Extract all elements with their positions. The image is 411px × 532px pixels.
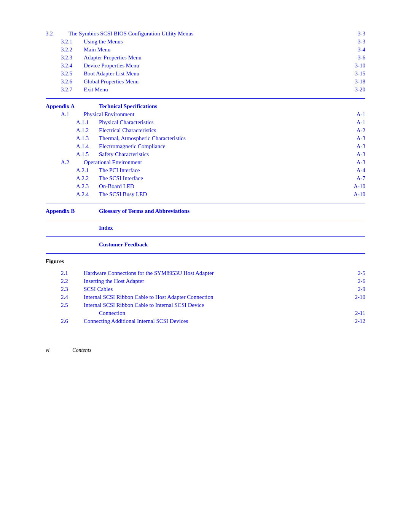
appendix-b-title: Glossary of Terms and Abbreviations [99, 208, 342, 214]
footer: vi Contents [46, 347, 365, 353]
toc-row-a2-2: A.2.2 The SCSI Interface A-7 [46, 175, 365, 182]
toc-num-a2-1: A.2.1 [46, 167, 99, 174]
fig-num-2-3: 2.3 [46, 286, 84, 292]
appendix-a-row: Appendix A Technical Specifications [46, 103, 365, 110]
fig-row-2-5-cont: Connection 2-11 [46, 310, 365, 316]
toc-page-a1: A-1 [342, 111, 365, 118]
toc-page-a1-5: A-3 [342, 151, 365, 158]
toc-page-a1-1: A-1 [342, 119, 365, 126]
fig-page-2-3: 2-9 [342, 286, 365, 292]
fig-row-2-3: 2.3 SCSI Cables 2-9 [46, 286, 365, 292]
toc-num-a1-1: A.1.1 [46, 119, 99, 126]
toc-page-a1-3: A-3 [342, 135, 365, 142]
fig-page-2-5-cont: 2-11 [342, 310, 365, 316]
fig-num-2-5: 2.5 [46, 302, 84, 308]
toc-label-a2-2: The SCSI Interface [99, 175, 342, 182]
fig-label-2-3: SCSI Cables [84, 286, 342, 292]
fig-row-2-1: 2.1 Hardware Connections for the SYM8953… [46, 270, 365, 276]
toc-label-a2-3: On-Board LED [99, 183, 342, 190]
appendix-b-label: Appendix B [46, 208, 99, 214]
toc-label-a2-4: The SCSI Busy LED [99, 191, 342, 198]
toc-row-a2-3: A.2.3 On-Board LED A-10 [46, 183, 365, 190]
fig-page-2-4: 2-10 [342, 294, 365, 300]
figures-heading-row: Figures [46, 258, 365, 265]
toc-row-a2-4: A.2.4 The SCSI Busy LED A-10 [46, 191, 365, 198]
toc-num-a1-5: A.1.5 [46, 151, 99, 158]
toc-page-a2-4: A-10 [342, 191, 365, 198]
divider-appendix-a [46, 98, 365, 99]
toc-label-a2: Operational Environment [84, 159, 342, 166]
appendix-b-row: Appendix B Glossary of Terms and Abbrevi… [46, 208, 365, 214]
toc-label-a2-1: The PCI Interface [99, 167, 342, 174]
figures-section: Figures 2.1 Hardware Connections for the… [46, 258, 365, 324]
toc-num-a2: A.2 [46, 159, 84, 166]
appendix-a-label: Appendix A [46, 103, 99, 110]
toc-num-a1-3: A.1.3 [46, 135, 99, 142]
toc-row-a1-5: A.1.5 Safety Characteristics A-3 [46, 151, 365, 158]
toc-row-a1-3: A.1.3 Thermal, Atmospheric Characteristi… [46, 135, 365, 142]
customer-feedback-row: Customer Feedback [46, 241, 365, 248]
toc-num-a2-4: A.2.4 [46, 191, 99, 198]
divider-appendix-b [46, 203, 365, 203]
fig-num-2-2: 2.2 [46, 278, 84, 284]
toc-label-3-2-6: Global Properties Menu [84, 78, 342, 85]
fig-label-2-4: Internal SCSI Ribbon Cable to Host Adapt… [84, 294, 342, 300]
toc-label-a1-4: Electromagnetic Compliance [99, 143, 342, 150]
fig-page-2-2: 2-6 [342, 278, 365, 284]
toc-label-3-2-2: Main Menu [84, 46, 342, 53]
toc-page-a2: A-3 [342, 159, 365, 166]
fig-continuation-2-5: Connection [99, 310, 125, 316]
toc-page-a2-2: A-7 [342, 175, 365, 182]
toc-page-3-2: 3-3 [342, 30, 365, 37]
toc-page-3-2-3: 3-6 [342, 54, 365, 61]
toc-num-3-2-4: 3.2.4 [46, 62, 84, 69]
toc-num-3-2-1: 3.2.1 [46, 38, 84, 45]
section-3-2: 3.2 The Symbios SCSI BIOS Configuration … [46, 30, 365, 93]
fig-page-2-6: 2-12 [342, 318, 365, 324]
toc-label-a1-1: Physical Characteristics [99, 119, 342, 126]
toc-label-3-2: The Symbios SCSI BIOS Configuration Util… [68, 30, 342, 37]
toc-row-3-2-7: 3.2.7 Exit Menu 3-20 [46, 86, 365, 93]
toc-row-3-2-1: 3.2.1 Using the Menus 3-3 [46, 38, 365, 45]
customer-feedback-label: Customer Feedback [99, 241, 148, 248]
toc-row-a2: A.2 Operational Environment A-3 [46, 159, 365, 166]
toc-row-3-2-5: 3.2.5 Boot Adapter List Menu 3-15 [46, 70, 365, 77]
toc-row-3-2-3: 3.2.3 Adapter Properties Menu 3-6 [46, 54, 365, 61]
toc-row-a1-4: A.1.4 Electromagnetic Compliance A-3 [46, 143, 365, 150]
toc-label-3-2-3: Adapter Properties Menu [84, 54, 342, 61]
toc-num-a1-4: A.1.4 [46, 143, 99, 150]
toc-num-3-2-7: 3.2.7 [46, 86, 84, 93]
appendix-a-title: Technical Specifications [99, 103, 342, 110]
fig-row-2-2: 2.2 Inserting the Host Adapter 2-6 [46, 278, 365, 284]
toc-label-a1-5: Safety Characteristics [99, 151, 342, 158]
toc-num-a1-2: A.1.2 [46, 127, 99, 134]
toc-page-a2-3: A-10 [342, 183, 365, 190]
toc-row-3-2-2: 3.2.2 Main Menu 3-4 [46, 46, 365, 53]
fig-row-2-5: 2.5 Internal SCSI Ribbon Cable to Intern… [46, 302, 365, 308]
fig-label-2-6: Connecting Additional Internal SCSI Devi… [84, 318, 342, 324]
toc-row-a1: A.1 Physical Environment A-1 [46, 111, 365, 118]
toc-row-a1-1: A.1.1 Physical Characteristics A-1 [46, 119, 365, 126]
toc-page-3-2-1: 3-3 [342, 38, 365, 45]
figures-label: Figures [46, 258, 99, 265]
toc-row-a1-2: A.1.2 Electrical Characteristics A-2 [46, 127, 365, 134]
toc-num-3-2-2: 3.2.2 [46, 46, 84, 53]
fig-row-2-6: 2.6 Connecting Additional Internal SCSI … [46, 318, 365, 324]
divider-customer [46, 236, 365, 237]
appendix-a-section: Appendix A Technical Specifications A.1 … [46, 103, 365, 198]
toc-page-3-2-5: 3-15 [342, 70, 365, 77]
divider-figures [46, 253, 365, 254]
toc-label-3-2-7: Exit Menu [84, 86, 342, 93]
toc-num-3-2-6: 3.2.6 [46, 78, 84, 85]
fig-row-2-4: 2.4 Internal SCSI Ribbon Cable to Host A… [46, 294, 365, 300]
toc-page-3-2-6: 3-18 [342, 78, 365, 85]
toc-num-a2-2: A.2.2 [46, 175, 99, 182]
toc-row-3-2: 3.2 The Symbios SCSI BIOS Configuration … [46, 30, 365, 37]
fig-page-2-1: 2-5 [342, 270, 365, 276]
fig-num-2-6: 2.6 [46, 318, 84, 324]
fig-label-2-5: Internal SCSI Ribbon Cable to Internal S… [84, 302, 342, 308]
toc-num-a2-3: A.2.3 [46, 183, 99, 190]
divider-index [46, 220, 365, 220]
toc-page-3-2-4: 3-10 [342, 62, 365, 69]
toc-num-3-2-3: 3.2.3 [46, 54, 84, 61]
